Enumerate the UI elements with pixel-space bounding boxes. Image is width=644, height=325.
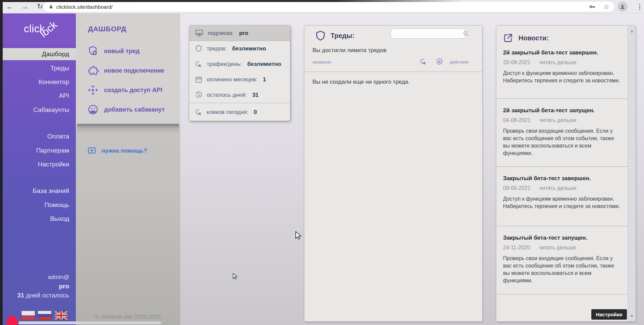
screen: ← → ↻ clicklock.site/dashboard/ ☆: [0, 0, 644, 325]
news-item-title: 2й закрытый бета-тест запущен.: [503, 107, 622, 114]
news-item-date: 20-09-2021: [503, 59, 531, 66]
read-more-link[interactable]: читать дальше: [539, 185, 577, 191]
new-connection-button[interactable]: новое подключение: [87, 63, 178, 78]
sidebar-item-logout[interactable]: Выход: [0, 213, 76, 225]
shield-star-icon: [436, 58, 443, 66]
threads-panel: Треды: Вы достигли лимита тредов названи…: [304, 25, 483, 322]
stat-value: 1: [263, 76, 266, 83]
account-email: admin@: [0, 274, 69, 281]
card-shadow: [77, 124, 179, 134]
flag-uk-icon[interactable]: [54, 311, 68, 320]
need-help-link[interactable]: нужна помощь?: [87, 146, 147, 155]
need-help-label: нужна помощь?: [102, 148, 147, 154]
news-header: Новости:: [503, 33, 622, 43]
stat-value: безлимитно: [247, 61, 281, 68]
news-list: Новости: 2й закрытый бета-тест завершен.…: [496, 26, 628, 321]
horizontal-scrollbar-thumb[interactable]: [18, 321, 161, 324]
stat-row-clicks-today: кликов сегодня: 0: [189, 103, 290, 121]
divider: [304, 72, 482, 72]
create-api-access-label: создать доступ API: [104, 87, 162, 94]
video-edge-left: [0, 0, 3, 325]
news-title: Новости:: [518, 34, 549, 42]
calendar-icon: [195, 76, 203, 84]
app-logo[interactable]: clicklock: [0, 13, 76, 44]
news-item: 2й закрытый бета-тест запущен. 04-08-202…: [496, 99, 628, 167]
news-item-title: 2й закрытый бета-тест завершен.: [503, 49, 622, 56]
logo-text-lock: lock: [38, 19, 59, 40]
browser-profile-avatar[interactable]: [617, 2, 628, 12]
news-item-date: 04-08-2021: [503, 117, 531, 123]
sidebar-item-connector[interactable]: Коннектор: [0, 76, 76, 88]
sidebar-item-payment[interactable]: Оплата: [0, 130, 76, 143]
scroll-up-icon[interactable]: ▲: [628, 29, 636, 33]
read-more-link[interactable]: читать дальше: [539, 245, 576, 251]
stat-row-traffic: трафик/день: безлимитно: [189, 56, 290, 72]
url-text: clicklock.site/dashboard/: [56, 4, 113, 10]
news-item-body: Доступ к функциям временно заблокирован.…: [503, 195, 622, 210]
flag-russia-icon[interactable]: [38, 311, 51, 320]
arrows-move-icon: [87, 84, 99, 96]
stat-value: 31: [252, 92, 259, 98]
news-item-title: Закрытый бета-тест запущен.: [503, 234, 622, 241]
news-item-meta: 20-09-2021 читать дальше: [503, 59, 622, 66]
stat-value: 0: [254, 109, 257, 116]
news-item-body: Проверь свои входящие сообщения. Если у …: [503, 255, 622, 284]
chat-plus-icon: [87, 146, 96, 155]
password-key-icon[interactable]: [589, 3, 596, 10]
video-edge-top: [0, 0, 644, 2]
read-more-link[interactable]: читать дальше: [539, 117, 577, 123]
bookmark-star-icon[interactable]: ☆: [603, 3, 609, 11]
search-icon[interactable]: [462, 30, 469, 37]
add-subaccount-label: добавить сабаканут: [104, 106, 165, 113]
language-switcher: [21, 311, 68, 320]
page-title: ДАШБОРД: [88, 25, 127, 33]
threads-title: Треды:: [331, 32, 354, 40]
recording-indicator: [6, 316, 18, 325]
news-item: Закрытый бета-тест завершен. 09-05-2021 …: [496, 167, 628, 226]
news-item-date: 24-11-2020: [503, 245, 530, 251]
shield-icon: [195, 45, 203, 53]
scroll-down-icon[interactable]: ▼: [628, 314, 636, 318]
subscription-panel: подписка: pro тредов: безлимитно: [189, 25, 290, 121]
sidebar-item-subaccounts[interactable]: Сабакаунты: [0, 104, 76, 116]
new-connection-label: новое подключение: [104, 67, 164, 74]
sidebar-item-settings[interactable]: Настройки: [0, 158, 76, 170]
flag-poland-icon[interactable]: [21, 311, 35, 320]
sidebar-item-dashboard[interactable]: Дашборд: [0, 48, 76, 60]
stat-label: оплачено месяцев:: [207, 76, 257, 83]
subscription-value: pro: [239, 30, 248, 37]
days-left-label: дней осталось: [26, 292, 69, 299]
days-left-value: 31: [17, 292, 24, 299]
create-api-access-button[interactable]: создать доступ API: [87, 83, 178, 97]
click-cursor-icon: [195, 60, 203, 68]
new-thread-button[interactable]: новый тред: [87, 44, 178, 58]
url-bar[interactable]: clicklock.site/dashboard/ ☆: [44, 2, 614, 12]
sidebar-item-api[interactable]: API: [0, 90, 76, 102]
news-item: Новости: 2й закрытый бета-тест завершен.…: [496, 26, 628, 99]
mouse-cursor: [294, 231, 303, 240]
threads-search-input[interactable]: [391, 29, 462, 38]
copyright: © clicklock.site 2020-2021: [76, 314, 180, 320]
threads-empty-message: Вы не создали еще ни одного треда.: [312, 79, 410, 85]
face-icon: [87, 104, 99, 115]
browser-back-icon[interactable]: ←: [4, 1, 15, 12]
add-subaccount-button[interactable]: добавить сабаканут: [87, 102, 178, 117]
click-cursor-icon: [195, 108, 203, 116]
browser-menu-icon[interactable]: ⋮: [635, 1, 644, 12]
account-days-left: 31 дней осталось: [0, 292, 69, 299]
sidebar-item-help[interactable]: Помощь: [0, 199, 76, 211]
stat-label: осталось дней:: [207, 92, 247, 98]
settings-tooltip: Настройки: [591, 309, 627, 320]
account-info: admin@ pro 31 дней осталось: [0, 274, 76, 299]
sidebar-item-threads[interactable]: Треды: [0, 62, 76, 74]
puzzle-icon: [87, 65, 99, 76]
dashboard-menu-column: ДАШБОРД новый тред новое подк: [76, 13, 180, 325]
news-item-body: Доступ к функциям временно заблокирован.…: [503, 70, 622, 84]
browser-toolbar: ← → ↻ clicklock.site/dashboard/ ☆: [0, 0, 644, 13]
news-scrollbar[interactable]: ▲ ▼: [628, 26, 636, 321]
read-more-link[interactable]: читать дальше: [539, 59, 577, 66]
sidebar-item-knowledge-base[interactable]: База знаний: [0, 185, 76, 197]
browser-forward-icon[interactable]: →: [19, 1, 30, 12]
clock-history-icon: [195, 91, 203, 99]
sidebar-item-partners[interactable]: Партнерам: [0, 145, 76, 157]
